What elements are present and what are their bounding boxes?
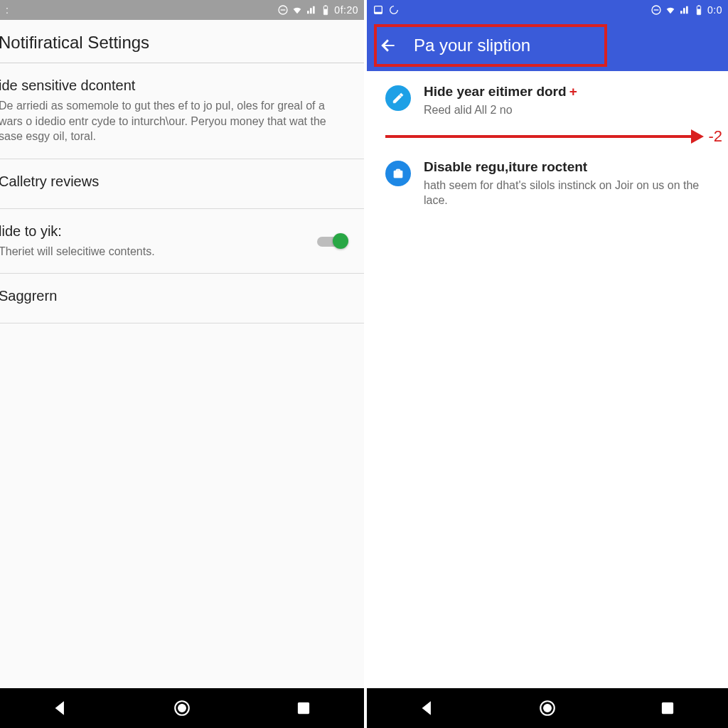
svg-rect-14 bbox=[698, 5, 700, 6]
nav-back-button[interactable] bbox=[413, 694, 441, 722]
setting-desc: Theriet will selecitiwe contents. bbox=[0, 244, 155, 259]
list-item-title: Disable regu,iture roctent bbox=[424, 159, 718, 175]
screenshot-root: : 0f:20 Notifiratical Settings bbox=[0, 0, 728, 728]
screenshot-icon bbox=[373, 4, 384, 16]
appbar-title: Pa your sliption bbox=[414, 36, 530, 55]
nav-recent-button[interactable] bbox=[653, 694, 682, 722]
setting-saggrern[interactable]: Saggrern bbox=[0, 274, 364, 323]
nav-home-button[interactable] bbox=[533, 694, 562, 722]
pencil-icon bbox=[385, 85, 411, 111]
toggle-switch[interactable] bbox=[317, 233, 348, 249]
setting-label: Calletry reviews bbox=[0, 173, 348, 190]
setting-label: Saggrern bbox=[0, 288, 348, 304]
setting-calletry-reviews[interactable]: Calletry reviews bbox=[0, 159, 364, 209]
wifi-icon bbox=[291, 4, 303, 16]
svg-rect-4 bbox=[325, 5, 327, 6]
settings-list: Hide year eitimer dord+ Reed alid All 2 … bbox=[367, 71, 728, 688]
phone-left: : 0f:20 Notifiratical Settings bbox=[0, 0, 364, 728]
svg-rect-13 bbox=[697, 9, 700, 14]
svg-rect-3 bbox=[324, 9, 327, 14]
nav-back-button[interactable] bbox=[46, 694, 75, 722]
settings-content: Notifiratical Settings ide sensitive dco… bbox=[0, 20, 364, 688]
wifi-icon bbox=[665, 4, 676, 16]
annotation-plus-icon: + bbox=[569, 84, 577, 99]
svg-rect-17 bbox=[663, 702, 673, 713]
setting-slide-to-vik[interactable]: lide to yik: Theriet will selecitiwe con… bbox=[0, 209, 364, 274]
phone-right: 0:0 Pa your sliption Hide year eitimer d… bbox=[364, 0, 728, 728]
statusbar-left: : 0f:20 bbox=[0, 0, 364, 20]
list-item-disable-reg[interactable]: Disable regu,iture roctent hath seem for… bbox=[367, 146, 728, 221]
setting-label: ide sensitive dcontent bbox=[0, 77, 348, 94]
android-navbar bbox=[0, 688, 364, 728]
setting-label: lide to yik: bbox=[0, 223, 155, 240]
dnd-icon bbox=[651, 4, 662, 16]
statusbar-time-left: 0f:20 bbox=[334, 4, 358, 16]
battery-icon bbox=[693, 4, 705, 16]
setting-hide-sensitive[interactable]: ide sensitive dcontent De arriedi as som… bbox=[0, 63, 364, 159]
annotation-arrow: -2 bbox=[385, 127, 722, 146]
battery-icon bbox=[320, 4, 331, 16]
svg-rect-9 bbox=[375, 12, 382, 14]
statusbar-right: 0:0 bbox=[367, 0, 728, 20]
nav-home-button[interactable] bbox=[168, 694, 196, 722]
list-item-subtitle: hath seem for dhat's silols instinck on … bbox=[424, 178, 718, 208]
dnd-icon bbox=[277, 4, 289, 16]
statusbar-text-left: : bbox=[6, 4, 9, 16]
sync-icon bbox=[388, 4, 400, 16]
setting-desc: De arriedi as somemole to gut thes ef to… bbox=[0, 98, 348, 144]
signal-icon bbox=[306, 4, 317, 16]
appbar: Pa your sliption bbox=[367, 20, 728, 71]
annotation-arrow-label: -2 bbox=[708, 127, 722, 146]
list-item-title: Hide year eitimer dord+ bbox=[424, 84, 577, 100]
signal-icon bbox=[679, 4, 690, 16]
svg-rect-7 bbox=[298, 702, 309, 713]
page-title: Notifiratical Settings bbox=[0, 20, 364, 63]
svg-rect-1 bbox=[281, 9, 286, 10]
svg-rect-11 bbox=[654, 9, 659, 10]
statusbar-time-right: 0:0 bbox=[707, 4, 722, 16]
svg-point-16 bbox=[544, 705, 552, 712]
briefcase-icon bbox=[385, 161, 411, 186]
android-navbar bbox=[367, 688, 728, 728]
svg-point-6 bbox=[178, 705, 186, 712]
nav-recent-button[interactable] bbox=[289, 694, 318, 722]
appbar-back-button[interactable] bbox=[377, 34, 400, 57]
list-item-hide-year[interactable]: Hide year eitimer dord+ Reed alid All 2 … bbox=[367, 71, 728, 131]
list-item-subtitle: Reed alid All 2 no bbox=[424, 102, 577, 118]
